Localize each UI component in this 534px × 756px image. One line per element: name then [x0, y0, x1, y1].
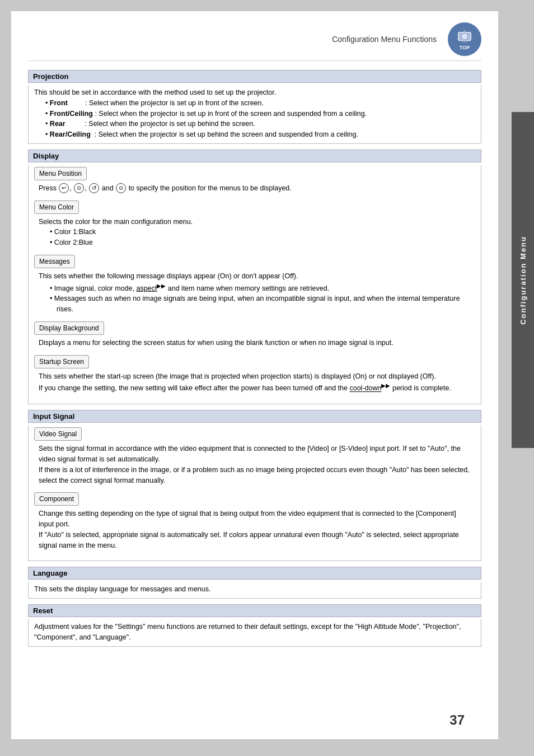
- startup-screen-text1: This sets whether the start-up screen (t…: [39, 371, 471, 382]
- aspect-arrow: ▶▶: [157, 283, 166, 289]
- menu-color-content: Selects the color for the main configura…: [34, 216, 475, 250]
- svg-point-3: [463, 30, 466, 32]
- projection-content: This should be set in accordance with th…: [28, 85, 481, 144]
- top-icon-label: TOP: [460, 45, 470, 50]
- menu-position-subsection: Menu Position Press ↩, ⊙, ↺ and ⊙ to spe…: [34, 167, 475, 196]
- startup-screen-header: Startup Screen: [34, 355, 89, 368]
- startup-screen-content: This sets whether the start-up screen (t…: [34, 370, 475, 396]
- projection-bullet-front: Front : Select when the projector is set…: [45, 98, 475, 109]
- component-text1: Change this setting depending on the typ…: [39, 508, 471, 530]
- startup-screen-subsection: Startup Screen This sets whether the sta…: [34, 355, 475, 396]
- projection-section: Projection This should be set in accorda…: [28, 70, 481, 144]
- menu-color-subsection: Menu Color Selects the color for the mai…: [34, 200, 475, 250]
- language-header: Language: [28, 567, 481, 580]
- reset-section: Reset Adjustment values for the "Setting…: [28, 604, 481, 647]
- component-header: Component: [34, 492, 79, 506]
- messages-subsection: Messages This sets whether the following…: [34, 255, 475, 317]
- input-signal-content: Video Signal Sets the signal format in a…: [28, 425, 481, 561]
- projection-bullet-rearceiling: Rear/Ceiling : Select when the projector…: [45, 129, 475, 140]
- startup-screen-text2: If you change the setting, the new setti…: [39, 381, 471, 394]
- video-signal-text2: If there is a lot of interference in the…: [39, 465, 471, 486]
- projection-intro: This should be set in accordance with th…: [34, 87, 475, 98]
- language-section: Language This sets the display language …: [28, 567, 481, 599]
- top-icon: TOP: [448, 22, 481, 56]
- messages-header: Messages: [34, 255, 75, 268]
- menu-color-header: Menu Color: [34, 200, 79, 214]
- menu-position-header: Menu Position: [34, 167, 87, 180]
- display-section: Display Menu Position Press ↩, ⊙, ↺ and …: [28, 150, 481, 405]
- messages-bullet-2: Messages such as when no image signals a…: [50, 293, 471, 315]
- display-background-subsection: Display Background Displays a menu for s…: [34, 321, 475, 351]
- video-signal-subsection: Video Signal Sets the signal format in a…: [34, 427, 475, 488]
- input-signal-header: Input Signal: [28, 410, 481, 423]
- top-bar: Configuration Menu Functions TOP: [28, 22, 481, 61]
- nav-icon-4: ⊙: [116, 183, 126, 193]
- messages-content: This sets whether the following message …: [34, 270, 475, 317]
- display-background-content: Displays a menu for selecting the screen…: [34, 337, 475, 351]
- messages-intro: This sets whether the following message …: [39, 271, 471, 282]
- language-text: This sets the display language for messa…: [34, 584, 475, 595]
- nav-icon-1: ↩: [59, 183, 69, 193]
- component-content: Change this setting depending on the typ…: [34, 507, 475, 553]
- menu-color-bullet-1: Color 1:Black: [50, 227, 471, 237]
- cooldown-arrow: ▶▶: [381, 382, 390, 389]
- reset-header: Reset: [28, 604, 481, 617]
- menu-color-bullet-2: Color 2:Blue: [50, 237, 471, 248]
- display-header: Display: [28, 150, 481, 162]
- display-background-header: Display Background: [34, 321, 104, 335]
- component-text2: If "Auto" is selected, appropriate signa…: [39, 530, 471, 551]
- cooldown-link: cool-down: [349, 385, 381, 393]
- nav-icon-3: ↺: [89, 183, 99, 193]
- right-sidebar: Configuration Menu: [512, 112, 534, 448]
- component-subsection: Component Change this setting depending …: [34, 492, 475, 553]
- projection-bullet-rear: Rear : Select when the projector is set …: [45, 119, 475, 129]
- display-content: Menu Position Press ↩, ⊙, ↺ and ⊙ to spe…: [28, 165, 481, 405]
- page-title: Configuration Menu Functions: [232, 35, 437, 44]
- aspect-link: aspect: [136, 284, 157, 292]
- input-signal-section: Input Signal Video Signal Sets the signa…: [28, 410, 481, 561]
- svg-point-1: [462, 34, 467, 39]
- nav-icon-2: ⊙: [74, 183, 84, 193]
- video-signal-header: Video Signal: [34, 427, 82, 441]
- reset-text: Adjustment values for the "Settings" men…: [34, 622, 475, 643]
- sidebar-label: Configuration Menu: [519, 236, 527, 325]
- projection-bullet-frontceiling: Front/Ceiling : Select when the projecto…: [45, 109, 475, 119]
- menu-color-intro: Selects the color for the main configura…: [39, 217, 471, 227]
- language-content: This sets the display language for messa…: [28, 582, 481, 599]
- page-number: 37: [449, 712, 465, 728]
- menu-position-content: Press ↩, ⊙, ↺ and ⊙ to specify the posit…: [34, 182, 475, 196]
- svg-rect-2: [462, 41, 468, 43]
- video-signal-content: Sets the signal format in accordance wit…: [34, 442, 475, 488]
- page: Configuration Menu Functions TOP Project…: [11, 11, 498, 739]
- projection-header: Projection: [28, 70, 481, 83]
- messages-bullet-1: Image signal, color mode, aspect▶▶ and i…: [50, 282, 471, 294]
- video-signal-text1: Sets the signal format in accordance wit…: [39, 444, 471, 465]
- reset-content: Adjustment values for the "Settings" men…: [28, 619, 481, 647]
